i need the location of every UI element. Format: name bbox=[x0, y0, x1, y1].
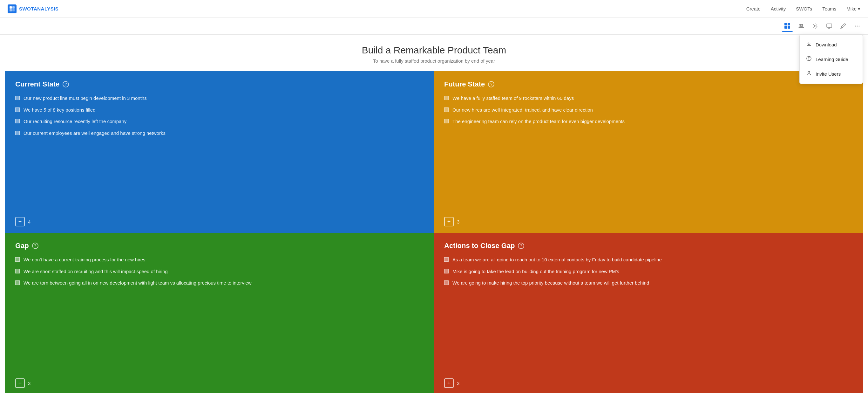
user-caret-icon: ▾ bbox=[858, 6, 860, 12]
bullet-icon bbox=[15, 269, 20, 274]
toolbar-more-button[interactable] bbox=[851, 20, 863, 32]
gap-items: We don't have a current training process… bbox=[15, 256, 424, 372]
list-item: We are going to make hiring the top prio… bbox=[444, 280, 853, 287]
info-icon bbox=[806, 56, 812, 63]
dropdown-menu: Download Learning Guide Invite Users bbox=[799, 34, 863, 84]
gap-footer: + 3 bbox=[15, 378, 424, 388]
svg-rect-3 bbox=[12, 9, 14, 11]
brand-icon bbox=[8, 4, 17, 13]
nav-activity[interactable]: Activity bbox=[771, 6, 786, 11]
future-state-add-button[interactable]: + bbox=[444, 217, 454, 226]
page-title: Build a Remarkable Product Team bbox=[5, 45, 863, 56]
list-item: Our new hires are well integrated, train… bbox=[444, 107, 853, 114]
quadrant-current-state: Current State ? Our new product line mus… bbox=[5, 71, 434, 233]
bullet-icon bbox=[444, 96, 448, 100]
list-item: We have 5 of 8 key positions filled bbox=[15, 107, 424, 114]
svg-rect-2 bbox=[9, 9, 12, 11]
svg-rect-6 bbox=[784, 26, 787, 29]
toolbar-settings-button[interactable] bbox=[810, 20, 821, 32]
list-item: The engineering team can rely on the pro… bbox=[444, 118, 853, 125]
actions-title: Actions to Close Gap ? bbox=[444, 242, 853, 250]
bullet-icon bbox=[15, 119, 20, 123]
future-state-title: Future State ? bbox=[444, 80, 853, 88]
dropdown-invite-users-label: Invite Users bbox=[815, 71, 841, 77]
main-nav: Create Activity SWOTs Teams Mike ▾ bbox=[746, 6, 860, 12]
actions-footer: + 3 bbox=[444, 378, 853, 388]
bullet-icon bbox=[15, 280, 20, 285]
download-icon bbox=[806, 41, 812, 48]
svg-point-12 bbox=[855, 26, 856, 27]
gap-add-button[interactable]: + bbox=[15, 378, 25, 388]
quadrant-grid: Current State ? Our new product line mus… bbox=[5, 71, 863, 393]
gap-title: Gap ? bbox=[15, 242, 424, 250]
list-item: As a team we are all going to reach out … bbox=[444, 256, 853, 263]
brush-icon bbox=[840, 23, 846, 29]
current-state-help-icon[interactable]: ? bbox=[63, 81, 69, 87]
bullet-icon bbox=[15, 257, 20, 262]
current-state-count: 4 bbox=[28, 219, 31, 224]
bullet-icon bbox=[444, 269, 448, 274]
toolbar-people-button[interactable] bbox=[796, 20, 807, 32]
quadrant-gap: Gap ? We don't have a current training p… bbox=[5, 233, 434, 393]
list-item: We have a fully staffed team of 9 rockst… bbox=[444, 95, 853, 102]
toolbar-grid-button[interactable] bbox=[782, 20, 793, 32]
navbar: SWOTANALYSIS Create Activity SWOTs Teams… bbox=[0, 0, 868, 18]
gap-count: 3 bbox=[28, 381, 31, 386]
username: Mike bbox=[846, 6, 857, 11]
nav-teams[interactable]: Teams bbox=[822, 6, 836, 11]
svg-rect-7 bbox=[787, 26, 790, 29]
gap-help-icon[interactable]: ? bbox=[32, 243, 38, 249]
bullet-icon bbox=[444, 108, 448, 112]
svg-rect-0 bbox=[9, 6, 12, 8]
list-item: Our current employees are well engaged a… bbox=[15, 130, 424, 137]
actions-count: 3 bbox=[457, 381, 459, 386]
person-icon bbox=[806, 70, 812, 77]
future-state-items: We have a fully staffed team of 9 rockst… bbox=[444, 95, 853, 210]
list-item: Mike is going to take the lead on buildi… bbox=[444, 268, 853, 275]
grid-icon bbox=[784, 23, 790, 29]
page-header: Build a Remarkable Product Team To have … bbox=[0, 35, 868, 71]
toolbar-brush-button[interactable] bbox=[837, 20, 849, 32]
actions-add-button[interactable]: + bbox=[444, 378, 454, 388]
list-item: Our recruiting resource recently left th… bbox=[15, 118, 424, 125]
future-state-help-icon[interactable]: ? bbox=[488, 81, 494, 87]
future-state-footer: + 3 bbox=[444, 217, 853, 226]
bullet-icon bbox=[15, 96, 20, 100]
svg-point-17 bbox=[809, 57, 809, 58]
brand-name: SWOTANALYSIS bbox=[19, 6, 58, 11]
svg-rect-1 bbox=[12, 6, 14, 8]
svg-point-18 bbox=[808, 71, 810, 73]
desktop-icon bbox=[826, 23, 832, 29]
bullet-icon bbox=[444, 280, 448, 285]
brand-logo[interactable]: SWOTANALYSIS bbox=[8, 4, 58, 13]
nav-swots[interactable]: SWOTs bbox=[796, 6, 812, 11]
bullet-icon bbox=[444, 119, 448, 123]
more-icon bbox=[854, 23, 860, 29]
svg-point-14 bbox=[859, 26, 860, 27]
gear-icon bbox=[812, 23, 818, 29]
nav-create[interactable]: Create bbox=[746, 6, 761, 11]
dropdown-learning-guide[interactable]: Learning Guide bbox=[800, 52, 863, 66]
bullet-icon bbox=[15, 131, 20, 135]
current-state-title: Current State ? bbox=[15, 80, 424, 88]
toolbar: Download Learning Guide Invite Users bbox=[0, 18, 868, 35]
dropdown-download-label: Download bbox=[815, 42, 837, 47]
dropdown-invite-users[interactable]: Invite Users bbox=[800, 66, 863, 81]
quadrant-actions: Actions to Close Gap ? As a team we are … bbox=[434, 233, 863, 393]
current-state-footer: + 4 bbox=[15, 217, 424, 226]
svg-point-9 bbox=[801, 24, 803, 26]
list-item: We don't have a current training process… bbox=[15, 256, 424, 263]
bullet-icon bbox=[444, 257, 448, 262]
dropdown-download[interactable]: Download bbox=[800, 37, 863, 52]
current-state-add-button[interactable]: + bbox=[15, 217, 25, 226]
actions-help-icon[interactable]: ? bbox=[518, 243, 524, 249]
list-item: We are torn between going all in on new … bbox=[15, 280, 424, 287]
toolbar-desktop-button[interactable] bbox=[824, 20, 835, 32]
dropdown-learning-guide-label: Learning Guide bbox=[815, 57, 848, 62]
future-state-count: 3 bbox=[457, 219, 459, 224]
page-subtitle: To have a fully staffed product organiza… bbox=[5, 58, 863, 64]
list-item: We are short staffed on recruiting and t… bbox=[15, 268, 424, 275]
bullet-icon bbox=[15, 108, 20, 112]
user-menu[interactable]: Mike ▾ bbox=[846, 6, 860, 12]
list-item: Our new product line must begin developm… bbox=[15, 95, 424, 102]
